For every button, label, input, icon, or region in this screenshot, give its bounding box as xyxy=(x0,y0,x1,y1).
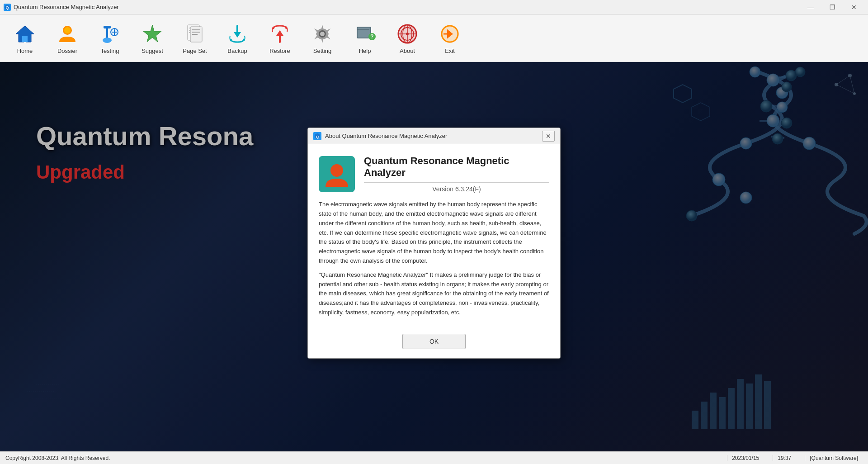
title-bar: Q Quantum Resonance Magnetic Analyzer — … xyxy=(0,0,868,14)
modal-header-row: Quantum Resonance Magnetic Analyzer Vers… xyxy=(319,155,549,193)
toolbar-item-dossier[interactable]: Dossier xyxy=(47,17,88,60)
modal-close-button[interactable]: ✕ xyxy=(542,131,555,142)
toolbar-label-help: Help xyxy=(359,47,371,54)
app-version: Version 6.3.24(F) xyxy=(364,185,549,193)
status-time: 19:37 xyxy=(773,455,796,461)
home-icon xyxy=(13,22,37,46)
modal-title-left: Q About Quantum Resonance Magnetic Analy… xyxy=(313,132,447,140)
svg-point-25 xyxy=(320,32,325,36)
toolbar-label-about: About xyxy=(400,47,415,54)
toolbar-item-exit[interactable]: Exit xyxy=(429,17,470,60)
modal-description-2: "Quantum Resonance Magnetic Analyzer" It… xyxy=(319,270,549,317)
toolbar-label-backup: Backup xyxy=(227,47,247,54)
svg-rect-27 xyxy=(358,28,370,38)
svg-point-5 xyxy=(64,27,71,33)
app-name: Quantum Resonance Magnetic Analyzer xyxy=(364,155,549,179)
divider xyxy=(364,182,549,183)
status-copyright: CopyRight 2008-2023, All Rights Reserved… xyxy=(5,455,110,461)
title-bar-controls: — ❐ ✕ xyxy=(800,1,864,14)
backup-icon xyxy=(226,22,249,46)
restore-icon xyxy=(268,22,292,46)
modal-titlebar: Q About Quantum Resonance Magnetic Analy… xyxy=(308,128,560,144)
pageset-icon xyxy=(183,22,207,46)
toolbar-item-help[interactable]: ? Help xyxy=(344,17,385,60)
svg-point-37 xyxy=(406,33,409,35)
main-content: Quantum Resona Upgraded · · · · · · · · … xyxy=(0,62,868,451)
toolbar-item-home[interactable]: Home xyxy=(5,17,45,60)
maximize-button[interactable]: ❐ xyxy=(822,1,843,14)
toolbar-item-suggest[interactable]: Suggest xyxy=(132,17,173,60)
modal-app-icon: Q xyxy=(313,132,321,140)
toolbar-item-backup[interactable]: Backup xyxy=(217,17,258,60)
toolbar-label-pageset: Page Set xyxy=(183,47,207,54)
toolbar-label-setting: Setting xyxy=(313,47,331,54)
svg-point-86 xyxy=(330,164,343,177)
toolbar-item-restore[interactable]: Restore xyxy=(259,17,300,60)
modal-body: Quantum Resonance Magnetic Analyzer Vers… xyxy=(308,144,560,328)
toolbar-label-restore: Restore xyxy=(269,47,290,54)
app-icon: Q xyxy=(4,4,11,11)
close-button[interactable]: ✕ xyxy=(844,1,864,14)
exit-icon xyxy=(438,22,462,46)
toolbar-item-setting[interactable]: Setting xyxy=(302,17,343,60)
modal-title-text: About Quantum Resonance Magnetic Analyze… xyxy=(325,133,447,139)
svg-text:Q: Q xyxy=(316,135,319,139)
app-avatar xyxy=(319,156,355,192)
title-bar-left: Q Quantum Resonance Magnetic Analyzer xyxy=(4,4,119,11)
app-title: Quantum Resonance Magnetic Analyzer xyxy=(14,4,119,10)
svg-text:Q: Q xyxy=(5,5,9,10)
svg-rect-3 xyxy=(22,36,28,42)
svg-marker-12 xyxy=(143,25,161,42)
toolbar-label-testing: Testing xyxy=(100,47,119,54)
ok-button[interactable]: OK xyxy=(402,334,466,349)
suggest-icon xyxy=(141,22,164,46)
status-right: 2023/01/15 19:37 [Quantum Software] xyxy=(727,455,863,461)
toolbar-label-suggest: Suggest xyxy=(142,47,163,54)
svg-rect-20 xyxy=(192,34,198,35)
toolbar-item-testing[interactable]: Testing xyxy=(90,17,130,60)
svg-rect-18 xyxy=(192,29,200,30)
about-icon xyxy=(396,22,419,46)
minimize-button[interactable]: — xyxy=(800,1,821,14)
toolbar: Home Dossier Testing xyxy=(0,14,868,62)
about-dialog: Q About Quantum Resonance Magnetic Analy… xyxy=(307,128,561,359)
dossier-icon xyxy=(56,22,79,46)
status-software: [Quantum Software] xyxy=(805,455,863,461)
testing-icon xyxy=(98,22,122,46)
toolbar-item-about[interactable]: About xyxy=(387,17,428,60)
toolbar-item-pageset[interactable]: Page Set xyxy=(175,17,215,60)
status-date: 2023/01/15 xyxy=(727,455,764,461)
toolbar-label-dossier: Dossier xyxy=(57,47,77,54)
svg-point-8 xyxy=(103,38,112,43)
modal-description-1: The electromagnetic wave signals emitted… xyxy=(319,200,549,266)
svg-marker-21 xyxy=(234,32,241,38)
app-title-block: Quantum Resonance Magnetic Analyzer Vers… xyxy=(364,155,549,193)
svg-rect-19 xyxy=(192,32,200,33)
modal-overlay: Q About Quantum Resonance Magnetic Analy… xyxy=(0,62,868,451)
setting-icon xyxy=(311,22,334,46)
svg-marker-22 xyxy=(276,30,283,36)
toolbar-label-exit: Exit xyxy=(445,47,455,54)
status-bar: CopyRight 2008-2023, All Rights Reserved… xyxy=(0,451,868,464)
help-icon: ? xyxy=(353,22,377,46)
modal-footer: OK xyxy=(308,328,560,358)
svg-text:?: ? xyxy=(370,33,373,40)
toolbar-label-home: Home xyxy=(17,47,33,54)
